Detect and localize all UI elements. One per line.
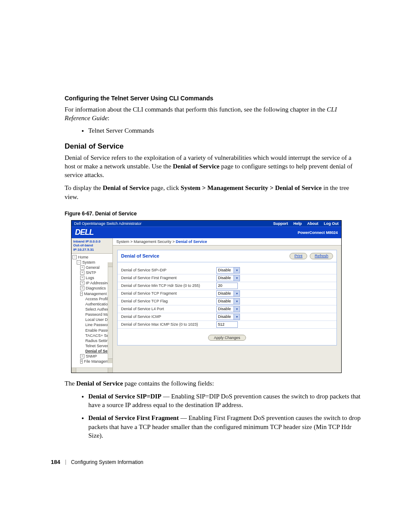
table-row: Denial of Service TCP FragmentDisable▾: [118, 289, 336, 297]
tree-item[interactable]: Telnet Server: [85, 343, 108, 348]
page-number: 184: [51, 459, 60, 465]
chevron-down-icon: ▾: [234, 306, 240, 312]
scrollbar-horizontal[interactable]: [72, 367, 112, 373]
table-row: Denial of Service Max ICMP Size (0 to 10…: [118, 320, 336, 328]
footer-section: Configuring System Information: [71, 459, 143, 465]
setting-label: Denial of Service L4 Port: [118, 305, 213, 313]
table-row: Denial of Service TCP FlagDisable▾: [118, 297, 336, 305]
text: page, click: [149, 184, 181, 191]
select-dropdown[interactable]: Disable▾: [216, 290, 240, 297]
chevron-down-icon: ▾: [234, 299, 240, 304]
text: For information about the CLI commands t…: [65, 106, 327, 113]
setting-label: Denial of Service SIP=DIP: [118, 267, 213, 274]
tree-snmp[interactable]: SNMP: [86, 354, 97, 359]
setting-control-cell: Disable▾: [213, 267, 336, 274]
crumb-path[interactable]: System > Management Security >: [116, 240, 176, 244]
setting-control-cell: Disable▾: [213, 274, 336, 282]
model-label: PowerConnect M8024: [298, 230, 338, 235]
setting-label: Denial of Service Max ICMP Size (0 to 10…: [118, 320, 213, 328]
tree-home[interactable]: Home: [78, 255, 88, 260]
list-item: Denial of Service First Fragment — Enabl…: [88, 414, 361, 440]
page-footer: 184 Configuring System Information: [51, 459, 143, 465]
ip-inband: Inband IP:0.0.0.0: [73, 240, 111, 244]
link-help[interactable]: Help: [293, 221, 302, 226]
crumb-current: Denial of Service: [176, 240, 207, 244]
text-bold: Denial of Service First Fragment: [88, 414, 179, 421]
text-input[interactable]: 512: [216, 321, 238, 328]
list-item: Telnet Server Commands: [88, 127, 361, 134]
section-title: Denial of Service: [65, 142, 361, 151]
expand-icon[interactable]: +: [80, 265, 84, 270]
select-dropdown[interactable]: Disable▾: [216, 314, 240, 320]
tree-diag[interactable]: Diagnostics: [86, 286, 106, 291]
link-support[interactable]: Support: [273, 221, 288, 226]
table-row: Denial of Service First FragmentDisable▾: [118, 274, 336, 282]
collapse-icon[interactable]: −: [72, 255, 77, 259]
collapse-icon[interactable]: −: [77, 260, 81, 264]
text-input[interactable]: 20: [216, 283, 238, 289]
setting-control-cell: Disable▾: [213, 305, 336, 313]
table-row: Denial of Service Min TCP Hdr Size (0 to…: [118, 282, 336, 289]
text-bold: Denial of Service SIP=DIP: [88, 393, 162, 400]
chevron-down-icon: ▾: [234, 268, 240, 273]
cli-paragraph: For information about the CLI commands t…: [65, 105, 361, 123]
settings-table: Denial of Service SIP=DIPDisable▾Denial …: [118, 267, 336, 329]
nav-tree[interactable]: −Home −System +General +SNTP +Logs +IP A…: [72, 254, 112, 367]
field-desc-list: Denial of Service SIP=DIP — Enabling SIP…: [65, 392, 361, 440]
select-dropdown[interactable]: Disable▾: [216, 298, 240, 305]
dos-para-1: Denial of Service refers to the exploita…: [65, 153, 361, 180]
apply-changes-button[interactable]: Apply Changes: [208, 335, 246, 341]
table-row: Denial of Service ICMPDisable▾: [118, 313, 336, 320]
tree-sntp[interactable]: SNTP: [86, 270, 96, 275]
text-bold: Denial of Service: [103, 184, 149, 191]
app-body: Inband IP:0.0.0.0 Out-of-band IP:10.27.5…: [72, 238, 341, 373]
text: :: [108, 115, 109, 121]
sidebar: Inband IP:0.0.0.0 Out-of-band IP:10.27.5…: [72, 238, 113, 373]
titlebar-links: Support Help About Log Out: [269, 221, 339, 226]
tree-general[interactable]: General: [86, 265, 100, 270]
expand-icon[interactable]: +: [80, 276, 84, 280]
figure-label: Figure 6-67. Denial of Service: [65, 211, 361, 217]
select-value: Disable: [218, 276, 231, 280]
fields-intro: The Denial of Service page contains the …: [65, 379, 361, 388]
app-titlebar: Dell OpenManage Switch Administrator Sup…: [72, 221, 341, 227]
panel-header: Denial of Service Print Refresh: [117, 250, 337, 262]
link-about[interactable]: About: [307, 221, 318, 226]
expand-icon[interactable]: +: [80, 286, 84, 290]
tree-logs[interactable]: Logs: [86, 275, 94, 280]
expand-icon[interactable]: +: [80, 281, 84, 285]
dos-para-2: To display the Denial of Service page, c…: [65, 184, 361, 201]
expand-icon[interactable]: +: [80, 271, 84, 275]
panel-title: Denial of Service: [121, 253, 159, 258]
setting-control-cell: 20: [213, 282, 336, 289]
setting-label: Denial of Service First Fragment: [118, 274, 213, 282]
select-dropdown[interactable]: Disable▾: [216, 306, 240, 312]
select-dropdown[interactable]: Disable▾: [216, 275, 240, 281]
tree-item[interactable]: Line Password: [85, 322, 111, 327]
tree-system[interactable]: System: [82, 260, 95, 265]
text-bold: Denial of Service: [173, 163, 219, 170]
ip-box: Inband IP:0.0.0.0 Out-of-band IP:10.27.5…: [72, 238, 112, 254]
setting-control-cell: 512: [213, 320, 336, 328]
setting-label: Denial of Service TCP Fragment: [118, 289, 213, 297]
panel-body: Denial of Service SIP=DIPDisable▾Denial …: [117, 262, 337, 345]
text-bold: System > Management Security > Denial of…: [181, 184, 321, 191]
apply-row: Apply Changes: [118, 335, 336, 341]
refresh-button[interactable]: Refresh: [310, 253, 333, 259]
setting-control-cell: Disable▾: [213, 289, 336, 297]
panel-actions: Print Refresh: [288, 253, 333, 259]
print-button[interactable]: Print: [290, 253, 307, 259]
text: The: [65, 380, 76, 387]
tree-ipaddr[interactable]: IP Addressing: [86, 280, 109, 286]
setting-label: Denial of Service ICMP: [118, 313, 213, 320]
expand-icon[interactable]: +: [80, 354, 84, 358]
scrollbar-vertical[interactable]: [108, 262, 112, 363]
select-dropdown[interactable]: Disable▾: [216, 267, 240, 274]
text: page contains the following fields:: [123, 380, 214, 387]
collapse-icon[interactable]: −: [80, 292, 83, 296]
setting-label: Denial of Service TCP Flag: [118, 297, 213, 305]
expand-icon[interactable]: +: [80, 359, 83, 364]
link-logout[interactable]: Log Out: [324, 221, 339, 226]
chevron-down-icon: ▾: [234, 291, 240, 296]
setting-control-cell: Disable▾: [213, 313, 336, 320]
